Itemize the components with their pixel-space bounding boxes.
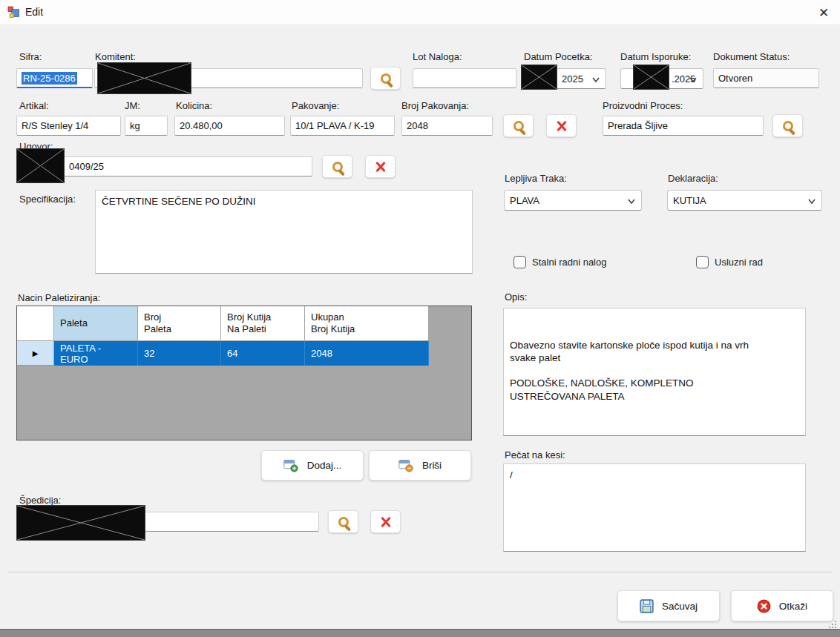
chevron-down-icon — [628, 199, 634, 205]
search-icon — [332, 162, 343, 172]
komitent-label: Komitent: — [95, 51, 136, 62]
red-x-icon — [380, 517, 392, 527]
opis-textarea[interactable]: Obavezno stavite kartonske ploče ispod k… — [503, 308, 806, 436]
jm-input[interactable]: kg — [125, 116, 168, 136]
lepljiva-traka-value: PLAVA — [510, 195, 539, 206]
chevron-down-icon — [592, 77, 598, 83]
opis-label: Opis: — [505, 291, 527, 303]
spedicija-search-button[interactable] — [328, 510, 358, 533]
row-selector-cell[interactable]: ▶ — [17, 341, 54, 366]
otkazi-button[interactable]: Otkaži — [731, 590, 833, 621]
edit-dialog: Edit ✕ Sifra: Komitent: Lot Naloga: Datu… — [0, 0, 840, 637]
usluzni-rad-checkbox[interactable] — [696, 256, 709, 268]
grid-header-ukupan-broj-kutija[interactable]: Ukupan Broj Kutija — [305, 306, 429, 341]
pakovanje-input[interactable]: 10/1 PLAVA / K-19 — [290, 116, 395, 136]
deklaracija-dropdown[interactable]: KUTIJA — [667, 190, 822, 211]
sifra-label: Sifra: — [19, 51, 42, 62]
pakovanje-search-button[interactable] — [503, 114, 534, 137]
komitent-redaction-box — [97, 62, 191, 94]
cell-broj-paleta[interactable]: 32 — [138, 341, 221, 366]
add-row-icon — [283, 459, 299, 472]
datum-isporuke-label: Datum Isporuke: — [620, 51, 691, 62]
deklaracija-label: Deklaracija: — [668, 173, 718, 184]
chevron-down-icon — [808, 199, 814, 205]
jm-label: JM: — [125, 100, 140, 111]
app-icon — [7, 6, 20, 22]
ugovor-redaction-box — [16, 148, 65, 183]
red-x-icon — [556, 121, 568, 131]
grid-corner-cell[interactable] — [17, 306, 54, 341]
paletiziranje-grid[interactable]: Paleta Broj Paleta Broj Kutija Na Paleti… — [16, 306, 472, 440]
brisi-button[interactable]: Briši — [369, 450, 471, 481]
bottom-divider — [7, 572, 833, 573]
stalni-radni-nalog-checkbox[interactable] — [513, 256, 526, 268]
pecat-na-kesi-label: Pečat na kesi: — [505, 449, 565, 461]
artikal-label: Artikal: — [19, 100, 49, 111]
deklaracija-value: KUTIJA — [673, 195, 706, 206]
broj-pakovanja-input[interactable]: 2048 — [401, 116, 493, 136]
broj-pakovanja-label: Broj Pakovanja: — [401, 100, 469, 111]
delete-row-icon — [398, 459, 414, 472]
spedicija-label: Špedicija: — [19, 495, 61, 506]
cancel-icon — [757, 599, 771, 613]
nacin-paletiziranja-label: Nacin Paletiziranja: — [18, 292, 100, 303]
lepljiva-traka-dropdown[interactable]: PLAVA — [504, 190, 642, 211]
pecat-na-kesi-textarea[interactable]: / — [503, 463, 806, 552]
spedicija-redaction-box — [16, 505, 145, 541]
proizvodni-proces-input[interactable]: Prerada Šljive — [603, 116, 764, 136]
cell-broj-kutija-na-paleti[interactable]: 64 — [221, 341, 305, 366]
close-icon[interactable]: ✕ — [812, 1, 836, 24]
otkazi-button-label: Otkaži — [779, 601, 807, 612]
stalni-radni-nalog-label: Stalni radni nalog — [532, 257, 606, 268]
brisi-button-label: Briši — [422, 460, 442, 471]
dodaj-button-label: Dodaj... — [307, 460, 342, 471]
datum-pocetka-redaction-box — [521, 65, 557, 90]
artikal-input[interactable]: R/S Stenley 1/4 — [16, 116, 121, 136]
chevron-down-icon — [689, 77, 695, 83]
datum-pocetka-label: Datum Pocetka: — [524, 51, 593, 62]
specifikacija-label: Specifikacija: — [19, 194, 76, 205]
red-x-icon — [375, 162, 387, 172]
specifikacija-textarea[interactable]: ČETVRTINE SEČENE PO DUŽINI — [95, 190, 473, 274]
table-row[interactable]: ▶ PALETA - EURO 32 64 2048 — [17, 341, 471, 366]
grid-header-broj-kutija-na-paleti[interactable]: Broj Kutija Na Paleti — [221, 306, 305, 341]
sifra-selected-text: RN-25-0286 — [22, 72, 77, 85]
search-icon — [783, 121, 793, 131]
grid-header-broj-paleta[interactable]: Broj Paleta — [138, 306, 221, 341]
usluzni-rad-label: Usluzni rad — [715, 257, 763, 268]
sacuvaj-button[interactable]: Sačuvaj — [617, 590, 720, 621]
dodaj-button[interactable]: Dodaj... — [261, 450, 364, 481]
lot-naloga-input[interactable] — [413, 68, 516, 88]
cell-paleta[interactable]: PALETA - EURO — [54, 341, 138, 366]
ugovor-clear-button[interactable] — [365, 155, 396, 178]
sacuvaj-button-label: Sačuvaj — [662, 601, 698, 612]
save-floppy-icon — [640, 599, 654, 613]
kolicina-label: Kolicina: — [176, 100, 212, 111]
grid-header-paleta[interactable]: Paleta — [54, 306, 138, 341]
lepljiva-traka-label: Lepljiva Traka: — [505, 173, 567, 184]
proizvodni-proces-label: Proizvodni Proces: — [603, 100, 683, 111]
ugovor-search-button[interactable] — [322, 155, 352, 178]
title-bar: Edit ✕ — [0, 0, 840, 25]
search-icon — [338, 517, 349, 527]
cell-ukupan-broj-kutija[interactable]: 2048 — [305, 341, 429, 366]
lot-naloga-label: Lot Naloga: — [413, 51, 462, 62]
window-bottom-edge — [0, 629, 840, 637]
pakovanje-label: Pakovanje: — [292, 100, 339, 111]
sifra-input[interactable]: RN-25-0286 — [16, 68, 93, 88]
search-icon — [513, 121, 524, 131]
proizvodni-proces-search-button[interactable] — [772, 114, 803, 137]
datum-isporuke-redaction-box — [633, 65, 669, 90]
spedicija-clear-button[interactable] — [370, 510, 401, 533]
window-title: Edit — [25, 6, 43, 18]
dokument-status-field: Otvoren — [713, 68, 819, 88]
datum-pocetka-value: 2025 — [562, 73, 583, 85]
dokument-status-label: Dokument Status: — [713, 51, 790, 62]
resize-grip[interactable] — [828, 618, 837, 627]
current-row-arrow-icon: ▶ — [33, 349, 39, 357]
pakovanje-clear-button[interactable] — [546, 114, 577, 137]
grid-header-row: Paleta Broj Paleta Broj Kutija Na Paleti… — [17, 306, 471, 341]
kolicina-input[interactable]: 20.480,00 — [174, 116, 285, 136]
search-icon — [381, 73, 391, 84]
komitent-search-button[interactable] — [370, 67, 401, 90]
